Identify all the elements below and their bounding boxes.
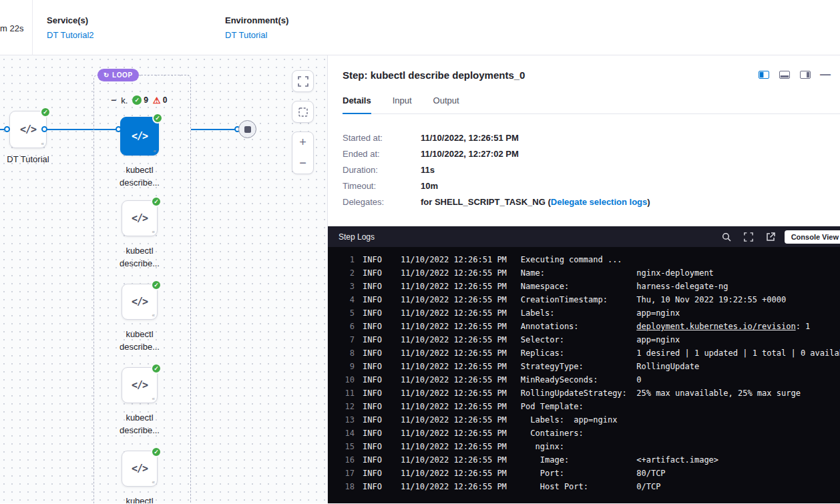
environment-link[interactable]: DT Tutorial: [225, 30, 288, 40]
stop-icon: [244, 126, 251, 133]
split-view-icon[interactable]: [759, 71, 769, 79]
loop-badge: ↻ LOOP: [97, 69, 139, 81]
log-line-number: 16: [328, 455, 355, 465]
log-line-number: 1: [328, 255, 355, 264]
log-message: Name: nginx-deployment: [521, 268, 714, 278]
right-dock-view-icon[interactable]: [800, 71, 811, 79]
delegate-selection-logs-link[interactable]: Delegate selection logs: [551, 197, 648, 207]
node-label: kubectl describe...: [113, 164, 166, 189]
success-check-icon: ✓: [132, 95, 142, 105]
log-line: 4 INFO 11/10/2022 12:26:55 PM CreationTi…: [328, 293, 840, 306]
marquee-select-icon: [298, 107, 308, 117]
warning-triangle-icon: ⚠: [153, 96, 161, 105]
shell-script-icon: </>: [132, 379, 148, 391]
shell-script-icon: </>: [132, 296, 148, 308]
zoom-out-button[interactable]: −: [292, 153, 313, 174]
node-expand-icon: «: [152, 396, 155, 402]
log-line-number: 17: [328, 469, 355, 478]
fullscreen-logs-button[interactable]: [744, 232, 753, 242]
log-actions: [722, 232, 775, 242]
log-annotation-link[interactable]: deployment.kubernetes.io/revision: [636, 322, 795, 331]
node-kubectl-describe[interactable]: </> ✓ «: [122, 284, 158, 320]
log-level: INFO: [363, 442, 382, 451]
node-kubectl-describe[interactable]: </> ✓ «: [122, 367, 158, 403]
tab-details[interactable]: Details: [343, 95, 371, 114]
log-message: Labels: app=nginx: [521, 415, 618, 425]
log-message: nginx:: [521, 442, 564, 451]
open-logs-new-tab-button[interactable]: [766, 232, 775, 242]
log-line: 10 INFO 11/10/2022 12:26:55 PM MinReadyS…: [328, 373, 840, 387]
log-timestamp: 11/10/2022 12:26:55 PM: [401, 455, 507, 465]
execution-header: m 22s Service(s) DT Tutorial2 Environmen…: [0, 0, 840, 55]
log-line-number: 12: [328, 402, 355, 411]
log-timestamp: 11/10/2022 12:26:55 PM: [401, 308, 507, 318]
console-view-toggle[interactable]: Console View: [785, 230, 840, 244]
log-level: INFO: [363, 455, 382, 465]
log-message: Containers:: [521, 429, 584, 438]
node-label: DT Tutorial: [0, 154, 59, 164]
log-message: Image: <+artifact.image>: [521, 455, 718, 465]
bottom-dock-view-icon[interactable]: [779, 71, 790, 79]
collapse-group-button[interactable]: −: [111, 95, 116, 105]
log-timestamp: 11/10/2022 12:26:55 PM: [401, 402, 507, 411]
log-timestamp: 11/10/2022 12:26:55 PM: [401, 268, 507, 278]
loop-node-block: </> ✓ « kubectl describe...: [113, 451, 166, 503]
log-level: INFO: [363, 415, 382, 425]
end-node[interactable]: [238, 120, 256, 138]
log-level: INFO: [363, 375, 382, 385]
details-rows: Started at: 11/10/2022, 12:26:51 PM Ende…: [343, 130, 840, 210]
group-warning-count: ⚠ 0: [153, 95, 167, 105]
marquee-select-button[interactable]: [292, 101, 314, 123]
log-timestamp: 11/10/2022 12:26:55 PM: [401, 469, 507, 478]
services-block: Service(s) DT Tutorial2: [47, 15, 94, 40]
log-timestamp: 11/10/2022 12:26:55 PM: [401, 482, 507, 491]
zoom-in-button[interactable]: +: [292, 132, 313, 153]
log-line: 7 INFO 11/10/2022 12:26:55 PM Selector: …: [328, 333, 840, 346]
search-logs-button[interactable]: [722, 232, 731, 242]
log-message: Executing command ...: [521, 255, 622, 264]
log-message: CreationTimestamp: Thu, 10 Nov 2022 19:2…: [521, 295, 786, 304]
fullscreen-icon: [744, 232, 753, 242]
log-message: Annotations: deployment.kubernetes.io/re…: [521, 322, 811, 331]
log-timestamp: 11/10/2022 12:26:55 PM: [401, 389, 507, 398]
log-message: MinReadySeconds: 0: [521, 375, 642, 385]
log-message: Namespace: harness-delegate-ng: [521, 282, 728, 291]
log-line: 1 INFO 11/10/2022 12:26:51 PM Executing …: [328, 253, 840, 266]
detail-row-duration: Duration: 11s: [343, 162, 840, 178]
log-timestamp: 11/10/2022 12:26:55 PM: [401, 362, 507, 371]
log-message: Host Port: 0/TCP: [521, 482, 661, 491]
canvas-controls: + −: [292, 70, 314, 174]
environments-label: Environment(s): [225, 15, 288, 25]
success-check-icon: ✓: [151, 447, 162, 457]
node-kubectl-describe[interactable]: </> ✓ «: [122, 200, 158, 236]
log-line: 14 INFO 11/10/2022 12:26:55 PM Container…: [328, 427, 840, 440]
log-level: INFO: [363, 482, 382, 491]
open-in-new-icon: [766, 232, 775, 242]
log-line-number: 15: [328, 442, 355, 451]
collapse-panel-button[interactable]: —: [820, 69, 831, 81]
node-kubectl-describe[interactable]: </> ✓ «: [122, 451, 158, 487]
shell-script-icon: </>: [20, 123, 36, 136]
log-level: INFO: [363, 389, 382, 398]
tab-input[interactable]: Input: [393, 95, 412, 113]
log-timestamp: 11/10/2022 12:26:55 PM: [401, 335, 507, 344]
header-divider: [32, 0, 33, 55]
log-line: 2 INFO 11/10/2022 12:26:55 PM Name: ngin…: [328, 266, 840, 280]
loop-group-header: − k. ✓ 9 ⚠ 0: [111, 95, 167, 105]
logs-body[interactable]: 1 INFO 11/10/2022 12:26:51 PM Executing …: [328, 247, 840, 503]
pipeline-canvas[interactable]: ↻ LOOP − k. ✓ 9 ⚠ 0 </> ✓ « DT Tutorial …: [0, 55, 328, 503]
zoom-to-fit-button[interactable]: [292, 70, 314, 92]
log-line-number: 3: [328, 282, 355, 291]
log-line: 15 INFO 11/10/2022 12:26:55 PM nginx:: [328, 440, 840, 453]
log-level: INFO: [363, 295, 382, 304]
service-link[interactable]: DT Tutorial2: [47, 30, 94, 40]
log-timestamp: 11/10/2022 12:26:55 PM: [401, 295, 507, 304]
node-kubectl-describe[interactable]: </> ✓ «: [120, 117, 159, 156]
log-timestamp: 11/10/2022 12:26:55 PM: [401, 415, 507, 425]
log-timestamp: 11/10/2022 12:26:55 PM: [401, 322, 507, 331]
log-level: INFO: [363, 362, 382, 371]
step-title: Step: kubectl describe deployments_0: [343, 69, 759, 81]
connector-dot: [4, 126, 10, 132]
tab-output[interactable]: Output: [433, 95, 459, 113]
loop-node-block: </> ✓ « kubectl describe...: [113, 284, 166, 367]
